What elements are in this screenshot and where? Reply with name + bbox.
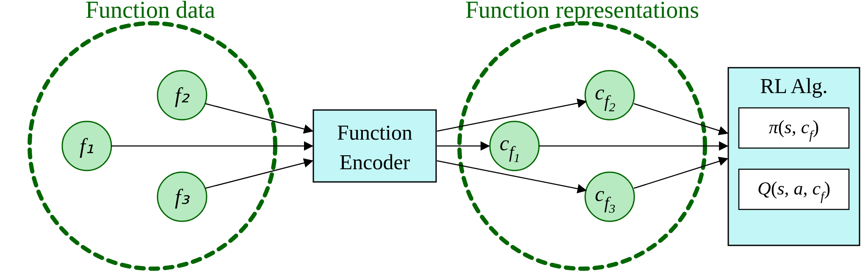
label-f2: f₂ — [175, 83, 190, 107]
diagram-root: Function data Function representations f… — [0, 0, 868, 275]
rl-title: RL Alg. — [760, 74, 827, 98]
arrow-c2-rl — [634, 104, 727, 133]
svg-text:f₂: f₂ — [175, 83, 190, 107]
label-f3: f₃ — [175, 185, 190, 209]
arrow-f3-encoder — [205, 161, 312, 188]
node-f3: f₃ — [158, 172, 207, 221]
node-c1: cf1 — [490, 121, 539, 170]
encoder-line2: Encoder — [340, 150, 410, 174]
node-f2: f₂ — [158, 71, 207, 120]
title-right: Function representations — [465, 0, 699, 23]
arrow-f2-encoder — [205, 104, 312, 131]
title-left: Function data — [86, 0, 216, 23]
svg-text:f₃: f₃ — [175, 185, 190, 209]
label-f1: f₁ — [80, 134, 94, 158]
node-c3: cf3 — [585, 172, 634, 221]
function-encoder-box: Function Encoder — [313, 110, 436, 182]
node-c2: cf2 — [585, 71, 634, 120]
svg-text:f₁: f₁ — [80, 134, 94, 158]
arrow-c3-rl — [634, 159, 727, 188]
node-f1: f₁ — [62, 121, 111, 170]
encoder-line1: Function — [337, 121, 412, 144]
rl-alg-box: RL Alg. π(s, cf) Q(s, a, cf) — [728, 68, 860, 245]
